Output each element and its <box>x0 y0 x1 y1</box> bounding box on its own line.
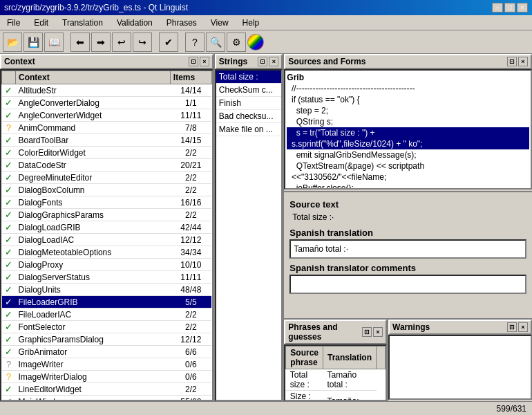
menu-help[interactable]: Help <box>238 17 264 29</box>
context-name: AnimCommand <box>16 122 171 134</box>
list-item[interactable]: Make file on ... <box>216 123 281 136</box>
table-row[interactable]: Size : %1 bytes Tamaño: %1 ... <box>286 391 386 402</box>
list-item[interactable]: Bad checksu... <box>216 110 281 123</box>
context-items: 11/11 <box>170 109 211 122</box>
context-items: 11/11 <box>170 271 211 284</box>
print-button[interactable]: 📖 <box>44 33 64 52</box>
minimize-button[interactable]: − <box>492 3 503 12</box>
context-status-icon: ✓ <box>2 383 16 396</box>
list-item[interactable]: CheckSum c... <box>216 84 281 97</box>
warnings-header-controls: ⊡ × <box>507 322 528 332</box>
list-item[interactable]: Finish <box>216 97 281 110</box>
phrases-panel-header: Phrases and guesses ⊡ × <box>284 320 387 344</box>
context-items: 14/14 <box>170 84 211 97</box>
table-row[interactable]: ✓ DialogMeteotableOptions 34/34 <box>2 246 212 259</box>
table-row[interactable]: ✓ DegreeMinuteEditor 2/2 <box>2 172 212 184</box>
table-row[interactable]: ✓ DialogUnits 48/48 <box>2 284 212 296</box>
source-text-title: Source text <box>289 199 526 210</box>
table-row[interactable]: ✓ DialogServerStatus 11/11 <box>2 271 212 284</box>
table-row[interactable]: ✓ DialogLoadGRIB 42/44 <box>2 221 212 234</box>
table-row[interactable]: ? ImageWriterDialog 0/6 <box>2 371 212 383</box>
table-row[interactable]: ? ImageWriter 0/6 <box>2 358 212 371</box>
strings-list[interactable]: Total size :CheckSum c...FinishBad check… <box>215 69 283 401</box>
table-row[interactable]: ✓ DialogGraphicsParams 2/2 <box>2 209 212 221</box>
status-bar: 599/631 <box>0 401 532 415</box>
redo-button[interactable]: ↪ <box>133 33 152 52</box>
menu-view[interactable]: View <box>207 17 233 29</box>
table-row[interactable]: ✓ DialogProxy 10/10 <box>2 259 212 271</box>
table-row[interactable]: ✓ DialogBoxColumn 2/2 <box>2 184 212 196</box>
strings-float-button[interactable]: ⊡ <box>258 57 267 66</box>
search-button[interactable]: 🔍 <box>206 33 225 52</box>
table-row[interactable]: ✓ DialogFonts 16/16 <box>2 196 212 209</box>
menu-bar: File Edit Translation Validation Phrases… <box>0 15 532 30</box>
context-name: MainWindow <box>16 396 171 402</box>
save-button[interactable]: 💾 <box>23 33 43 52</box>
table-row[interactable]: Total size : Tamaño total : <box>286 369 386 391</box>
sources-close-button[interactable]: × <box>518 57 528 66</box>
code-line-5: s = tr("Total size : ") + <box>287 127 529 138</box>
table-row[interactable]: ✓ GraphicsParamsDialog 12/12 <box>2 333 212 346</box>
phrases-close-button[interactable]: × <box>373 327 383 337</box>
context-status-icon: ✓ <box>2 184 16 196</box>
warnings-float-button[interactable]: ⊡ <box>507 322 517 332</box>
phrases-title: Phrases and guesses <box>288 322 362 342</box>
code-line-10: <<"3130562/"<<fileName; <box>287 172 529 183</box>
table-row[interactable]: ✓ FontSelector 2/2 <box>2 321 212 333</box>
spanish-comments-input[interactable] <box>289 275 526 294</box>
maximize-button[interactable]: □ <box>504 3 515 12</box>
prev-button[interactable]: ⬅ <box>70 33 90 52</box>
table-row[interactable]: ✓ GribAnimator 6/6 <box>2 346 212 358</box>
sources-float-button[interactable]: ⊡ <box>507 57 517 66</box>
context-items: 2/2 <box>170 172 211 184</box>
context-status-icon: ✓ <box>2 246 16 259</box>
table-row[interactable]: ✓ BoardToolBar 14/15 <box>2 134 212 147</box>
table-row[interactable]: ✓ AngleConverterDialog 1/1 <box>2 97 212 109</box>
context-items: 48/48 <box>170 284 211 296</box>
table-row[interactable]: ✓ LineEditorWidget 2/2 <box>2 383 212 396</box>
table-row[interactable]: ✓ AltitudeStr 14/14 <box>2 84 212 97</box>
menu-translation[interactable]: Translation <box>58 17 107 29</box>
close-button[interactable]: × <box>517 3 528 12</box>
table-row[interactable]: ✓ AngleConverterWidget 11/11 <box>2 109 212 122</box>
table-row[interactable]: ? AnimCommand 7/8 <box>2 122 212 134</box>
spanish-translation-input[interactable] <box>289 239 526 259</box>
next-button[interactable]: ➡ <box>91 33 111 52</box>
phrase-source: Size : %1 bytes <box>286 391 323 402</box>
title-text: src/zygrib/zygrib-3.9.2/tr/zyGrib_es.ts … <box>4 3 188 12</box>
context-items: 7/8 <box>170 122 211 134</box>
code-line-11: ioBuffer.close(); <box>287 183 529 190</box>
undo-button[interactable]: ↩ <box>112 33 131 52</box>
context-float-button[interactable]: ⊡ <box>189 57 198 66</box>
table-row[interactable]: ✓ DataCodeStr 20/21 <box>2 159 212 172</box>
table-row[interactable]: ✓ ColorEditorWidget 2/2 <box>2 147 212 159</box>
table-row[interactable]: ✓ FileLoaderIAC 2/2 <box>2 308 212 321</box>
source-text-value: Total size :· <box>289 211 526 223</box>
menu-validation[interactable]: Validation <box>113 17 157 29</box>
strings-panel-header: Strings ⊡ × <box>215 54 283 69</box>
context-status-icon: ✓ <box>2 333 16 346</box>
menu-file[interactable]: File <box>3 17 24 29</box>
accept-button[interactable]: ✔ <box>159 33 178 52</box>
menu-phrases[interactable]: Phrases <box>162 17 201 29</box>
table-row[interactable]: ✓ DialogLoadIAC 12/12 <box>2 234 212 246</box>
code-line-7: emit signalGribSendMessage(s); <box>287 149 529 160</box>
settings-button[interactable]: ⚙ <box>227 33 246 52</box>
list-item[interactable]: Total size : <box>216 71 281 84</box>
warnings-close-button[interactable]: × <box>518 322 528 332</box>
sources-panel: Sources and Forms ⊡ × Grib //-----------… <box>284 54 532 192</box>
help-button[interactable]: ? <box>185 33 205 52</box>
context-close-button[interactable]: × <box>200 57 209 66</box>
context-status-icon: ? <box>2 358 16 371</box>
sources-label: Grib <box>287 72 529 83</box>
context-status-icon: ✓ <box>2 97 16 109</box>
open-button[interactable]: 📂 <box>3 33 22 52</box>
table-row[interactable]: ✓ FileLoaderGRIB 5/5 <box>2 296 212 308</box>
menu-edit[interactable]: Edit <box>30 17 53 29</box>
table-row[interactable]: ✓ MainWindow 55/60 <box>2 396 212 402</box>
color-button[interactable] <box>247 34 264 50</box>
strings-close-button[interactable]: × <box>269 57 278 66</box>
phrases-float-button[interactable]: ⊡ <box>362 327 372 337</box>
warnings-panel: Warnings ⊡ × <box>387 320 532 401</box>
context-items: 12/12 <box>170 234 211 246</box>
